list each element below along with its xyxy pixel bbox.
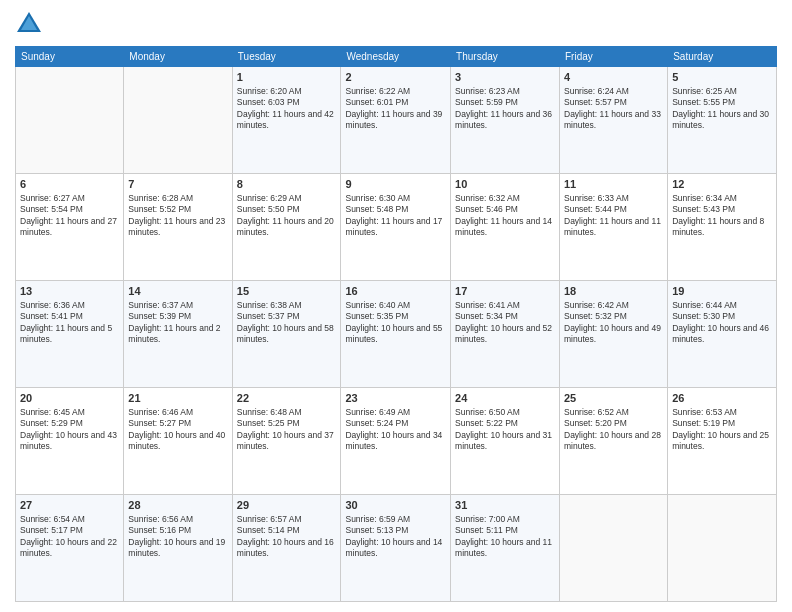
table-row: 16Sunrise: 6:40 AM Sunset: 5:35 PM Dayli… bbox=[341, 281, 451, 388]
day-info: Sunrise: 6:22 AM Sunset: 6:01 PM Dayligh… bbox=[345, 86, 446, 132]
calendar-week-row: 1Sunrise: 6:20 AM Sunset: 6:03 PM Daylig… bbox=[16, 67, 777, 174]
day-info: Sunrise: 6:36 AM Sunset: 5:41 PM Dayligh… bbox=[20, 300, 119, 346]
day-number: 9 bbox=[345, 177, 446, 192]
table-row: 8Sunrise: 6:29 AM Sunset: 5:50 PM Daylig… bbox=[232, 174, 341, 281]
day-number: 3 bbox=[455, 70, 555, 85]
table-row: 3Sunrise: 6:23 AM Sunset: 5:59 PM Daylig… bbox=[451, 67, 560, 174]
logo-icon bbox=[15, 10, 43, 38]
day-number: 29 bbox=[237, 498, 337, 513]
day-info: Sunrise: 6:24 AM Sunset: 5:57 PM Dayligh… bbox=[564, 86, 663, 132]
day-info: Sunrise: 6:28 AM Sunset: 5:52 PM Dayligh… bbox=[128, 193, 227, 239]
day-number: 24 bbox=[455, 391, 555, 406]
col-saturday: Saturday bbox=[668, 47, 777, 67]
table-row bbox=[668, 495, 777, 602]
table-row: 25Sunrise: 6:52 AM Sunset: 5:20 PM Dayli… bbox=[560, 388, 668, 495]
day-number: 21 bbox=[128, 391, 227, 406]
col-sunday: Sunday bbox=[16, 47, 124, 67]
day-info: Sunrise: 6:30 AM Sunset: 5:48 PM Dayligh… bbox=[345, 193, 446, 239]
day-info: Sunrise: 6:52 AM Sunset: 5:20 PM Dayligh… bbox=[564, 407, 663, 453]
calendar-week-row: 13Sunrise: 6:36 AM Sunset: 5:41 PM Dayli… bbox=[16, 281, 777, 388]
table-row: 11Sunrise: 6:33 AM Sunset: 5:44 PM Dayli… bbox=[560, 174, 668, 281]
day-info: Sunrise: 6:59 AM Sunset: 5:13 PM Dayligh… bbox=[345, 514, 446, 560]
day-number: 25 bbox=[564, 391, 663, 406]
table-row: 30Sunrise: 6:59 AM Sunset: 5:13 PM Dayli… bbox=[341, 495, 451, 602]
table-row: 22Sunrise: 6:48 AM Sunset: 5:25 PM Dayli… bbox=[232, 388, 341, 495]
day-number: 14 bbox=[128, 284, 227, 299]
day-number: 1 bbox=[237, 70, 337, 85]
table-row: 4Sunrise: 6:24 AM Sunset: 5:57 PM Daylig… bbox=[560, 67, 668, 174]
day-number: 4 bbox=[564, 70, 663, 85]
table-row: 12Sunrise: 6:34 AM Sunset: 5:43 PM Dayli… bbox=[668, 174, 777, 281]
table-row: 28Sunrise: 6:56 AM Sunset: 5:16 PM Dayli… bbox=[124, 495, 232, 602]
calendar-week-row: 20Sunrise: 6:45 AM Sunset: 5:29 PM Dayli… bbox=[16, 388, 777, 495]
table-row: 20Sunrise: 6:45 AM Sunset: 5:29 PM Dayli… bbox=[16, 388, 124, 495]
day-info: Sunrise: 6:41 AM Sunset: 5:34 PM Dayligh… bbox=[455, 300, 555, 346]
day-info: Sunrise: 6:29 AM Sunset: 5:50 PM Dayligh… bbox=[237, 193, 337, 239]
day-info: Sunrise: 6:46 AM Sunset: 5:27 PM Dayligh… bbox=[128, 407, 227, 453]
day-info: Sunrise: 7:00 AM Sunset: 5:11 PM Dayligh… bbox=[455, 514, 555, 560]
table-row: 24Sunrise: 6:50 AM Sunset: 5:22 PM Dayli… bbox=[451, 388, 560, 495]
day-number: 5 bbox=[672, 70, 772, 85]
day-info: Sunrise: 6:20 AM Sunset: 6:03 PM Dayligh… bbox=[237, 86, 337, 132]
table-row: 13Sunrise: 6:36 AM Sunset: 5:41 PM Dayli… bbox=[16, 281, 124, 388]
table-row: 21Sunrise: 6:46 AM Sunset: 5:27 PM Dayli… bbox=[124, 388, 232, 495]
day-info: Sunrise: 6:48 AM Sunset: 5:25 PM Dayligh… bbox=[237, 407, 337, 453]
day-info: Sunrise: 6:50 AM Sunset: 5:22 PM Dayligh… bbox=[455, 407, 555, 453]
day-number: 8 bbox=[237, 177, 337, 192]
day-info: Sunrise: 6:53 AM Sunset: 5:19 PM Dayligh… bbox=[672, 407, 772, 453]
day-info: Sunrise: 6:40 AM Sunset: 5:35 PM Dayligh… bbox=[345, 300, 446, 346]
table-row: 6Sunrise: 6:27 AM Sunset: 5:54 PM Daylig… bbox=[16, 174, 124, 281]
day-number: 2 bbox=[345, 70, 446, 85]
day-info: Sunrise: 6:33 AM Sunset: 5:44 PM Dayligh… bbox=[564, 193, 663, 239]
table-row bbox=[560, 495, 668, 602]
day-info: Sunrise: 6:45 AM Sunset: 5:29 PM Dayligh… bbox=[20, 407, 119, 453]
day-info: Sunrise: 6:56 AM Sunset: 5:16 PM Dayligh… bbox=[128, 514, 227, 560]
table-row: 18Sunrise: 6:42 AM Sunset: 5:32 PM Dayli… bbox=[560, 281, 668, 388]
day-number: 27 bbox=[20, 498, 119, 513]
table-row: 14Sunrise: 6:37 AM Sunset: 5:39 PM Dayli… bbox=[124, 281, 232, 388]
table-row: 5Sunrise: 6:25 AM Sunset: 5:55 PM Daylig… bbox=[668, 67, 777, 174]
day-number: 15 bbox=[237, 284, 337, 299]
day-info: Sunrise: 6:42 AM Sunset: 5:32 PM Dayligh… bbox=[564, 300, 663, 346]
day-number: 18 bbox=[564, 284, 663, 299]
day-info: Sunrise: 6:34 AM Sunset: 5:43 PM Dayligh… bbox=[672, 193, 772, 239]
day-number: 16 bbox=[345, 284, 446, 299]
day-info: Sunrise: 6:32 AM Sunset: 5:46 PM Dayligh… bbox=[455, 193, 555, 239]
day-number: 20 bbox=[20, 391, 119, 406]
table-row: 2Sunrise: 6:22 AM Sunset: 6:01 PM Daylig… bbox=[341, 67, 451, 174]
calendar-week-row: 27Sunrise: 6:54 AM Sunset: 5:17 PM Dayli… bbox=[16, 495, 777, 602]
day-info: Sunrise: 6:25 AM Sunset: 5:55 PM Dayligh… bbox=[672, 86, 772, 132]
col-friday: Friday bbox=[560, 47, 668, 67]
day-number: 26 bbox=[672, 391, 772, 406]
calendar-week-row: 6Sunrise: 6:27 AM Sunset: 5:54 PM Daylig… bbox=[16, 174, 777, 281]
table-row: 10Sunrise: 6:32 AM Sunset: 5:46 PM Dayli… bbox=[451, 174, 560, 281]
col-monday: Monday bbox=[124, 47, 232, 67]
table-row: 1Sunrise: 6:20 AM Sunset: 6:03 PM Daylig… bbox=[232, 67, 341, 174]
day-number: 22 bbox=[237, 391, 337, 406]
table-row: 7Sunrise: 6:28 AM Sunset: 5:52 PM Daylig… bbox=[124, 174, 232, 281]
table-row: 26Sunrise: 6:53 AM Sunset: 5:19 PM Dayli… bbox=[668, 388, 777, 495]
calendar-table: Sunday Monday Tuesday Wednesday Thursday… bbox=[15, 46, 777, 602]
table-row: 23Sunrise: 6:49 AM Sunset: 5:24 PM Dayli… bbox=[341, 388, 451, 495]
col-thursday: Thursday bbox=[451, 47, 560, 67]
day-number: 17 bbox=[455, 284, 555, 299]
table-row: 9Sunrise: 6:30 AM Sunset: 5:48 PM Daylig… bbox=[341, 174, 451, 281]
day-number: 13 bbox=[20, 284, 119, 299]
day-info: Sunrise: 6:37 AM Sunset: 5:39 PM Dayligh… bbox=[128, 300, 227, 346]
logo bbox=[15, 10, 47, 38]
day-info: Sunrise: 6:23 AM Sunset: 5:59 PM Dayligh… bbox=[455, 86, 555, 132]
table-row: 27Sunrise: 6:54 AM Sunset: 5:17 PM Dayli… bbox=[16, 495, 124, 602]
table-row: 29Sunrise: 6:57 AM Sunset: 5:14 PM Dayli… bbox=[232, 495, 341, 602]
day-info: Sunrise: 6:57 AM Sunset: 5:14 PM Dayligh… bbox=[237, 514, 337, 560]
day-number: 30 bbox=[345, 498, 446, 513]
day-info: Sunrise: 6:54 AM Sunset: 5:17 PM Dayligh… bbox=[20, 514, 119, 560]
day-number: 19 bbox=[672, 284, 772, 299]
table-row: 31Sunrise: 7:00 AM Sunset: 5:11 PM Dayli… bbox=[451, 495, 560, 602]
day-number: 10 bbox=[455, 177, 555, 192]
day-number: 31 bbox=[455, 498, 555, 513]
col-tuesday: Tuesday bbox=[232, 47, 341, 67]
table-row: 17Sunrise: 6:41 AM Sunset: 5:34 PM Dayli… bbox=[451, 281, 560, 388]
day-info: Sunrise: 6:27 AM Sunset: 5:54 PM Dayligh… bbox=[20, 193, 119, 239]
day-number: 23 bbox=[345, 391, 446, 406]
day-number: 28 bbox=[128, 498, 227, 513]
